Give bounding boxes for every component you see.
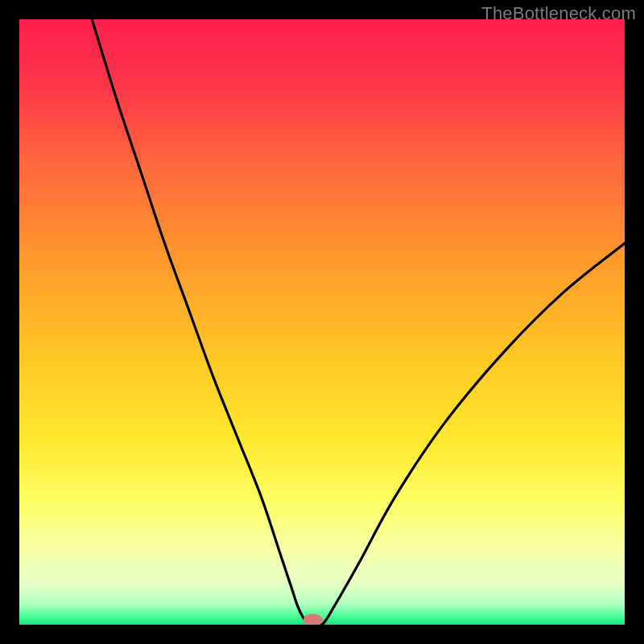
chart-svg <box>19 19 625 625</box>
chart-frame: TheBottleneck.com <box>0 0 644 644</box>
watermark-text: TheBottleneck.com <box>481 3 636 24</box>
plot-area <box>19 19 625 625</box>
